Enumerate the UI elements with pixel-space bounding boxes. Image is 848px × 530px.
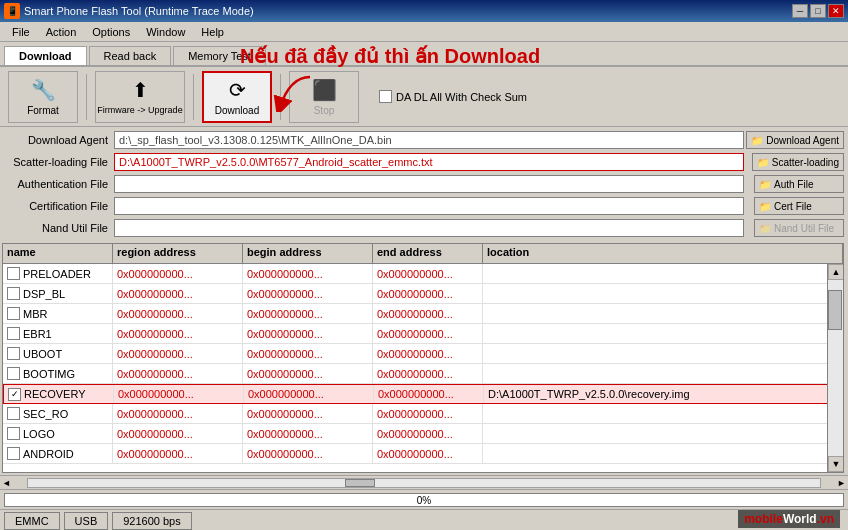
nand-util-input[interactable] [114,219,744,237]
menu-help[interactable]: Help [193,24,232,40]
cell-region-2: 0x000000000... [113,304,243,323]
minimize-button[interactable]: ─ [792,4,808,18]
hscroll-thumb[interactable] [345,479,375,487]
cell-end-2: 0x000000000... [373,304,483,323]
download-button[interactable]: ⟳ Download [202,71,272,123]
tab-readback[interactable]: Read back [89,46,172,65]
auth-file-btn-label: Auth File [774,179,813,190]
toolbar-separator-1 [86,74,87,120]
download-agent-row: Download Agent 📁 Download Agent [0,129,848,151]
table-row[interactable]: BOOTIMG0x000000000...0x000000000...0x000… [3,364,843,384]
scroll-up-arrow[interactable]: ▲ [828,264,844,280]
cell-region-0: 0x000000000... [113,264,243,283]
cert-file-btn[interactable]: 📁 Cert File [754,197,844,215]
cert-file-row: Certification File 📁 Cert File [0,195,848,217]
scroll-track[interactable] [828,280,843,456]
table-body: PRELOADER0x000000000...0x000000000...0x0… [3,264,843,472]
hscroll-left-arrow[interactable]: ◄ [0,478,13,488]
toolbar-separator-3 [280,74,281,120]
row-checkbox-5[interactable] [7,367,20,380]
scatter-loading-label: Scatter-loading File [4,156,114,168]
table-row[interactable]: UBOOT0x000000000...0x000000000...0x00000… [3,344,843,364]
folder-icon-3: 📁 [759,179,771,190]
table-row[interactable]: EBR10x000000000...0x000000000...0x000000… [3,324,843,344]
row-checkbox-4[interactable] [7,347,20,360]
auth-file-btn[interactable]: 📁 Auth File [754,175,844,193]
folder-icon-5: 📁 [759,223,771,234]
cell-region-7: 0x000000000... [113,404,243,423]
row-checkbox-2[interactable] [7,307,20,320]
cell-end-9: 0x000000000... [373,444,483,463]
cell-begin-3: 0x000000000... [243,324,373,343]
folder-icon-4: 📁 [759,201,771,212]
tab-memorytest[interactable]: Memory Test [173,46,266,65]
table-row[interactable]: ✓RECOVERY0x000000000...0x000000000...0x0… [3,384,843,404]
menu-file[interactable]: File [4,24,38,40]
row-checkbox-6[interactable]: ✓ [8,388,21,401]
cell-region-5: 0x000000000... [113,364,243,383]
row-checkbox-1[interactable] [7,287,20,300]
table-row[interactable]: LOGO0x000000000...0x000000000...0x000000… [3,424,843,444]
maximize-button[interactable]: □ [810,4,826,18]
horizontal-scrollbar[interactable]: ◄ ► [0,475,848,489]
cert-file-input[interactable] [114,197,744,215]
cell-begin-9: 0x000000000... [243,444,373,463]
cell-begin-8: 0x000000000... [243,424,373,443]
checksum-checkbox[interactable] [379,90,392,103]
download-agent-btn[interactable]: 📁 Download Agent [746,131,844,149]
cell-begin-2: 0x000000000... [243,304,373,323]
table-row[interactable]: DSP_BL0x000000000...0x000000000...0x0000… [3,284,843,304]
auth-file-input[interactable] [114,175,744,193]
col-location: location [483,244,843,263]
menu-action[interactable]: Action [38,24,85,40]
col-end: end address [373,244,483,263]
watermark-domain: .vn [817,512,834,526]
firmware-label: Firmware -> Upgrade [97,105,182,115]
nand-util-btn[interactable]: 📁 Nand Util File [754,219,844,237]
stop-icon: ⬛ [312,78,337,102]
menu-window[interactable]: Window [138,24,193,40]
cell-name-6: ✓RECOVERY [4,385,114,403]
format-label: Format [27,105,59,116]
cell-end-0: 0x000000000... [373,264,483,283]
scatter-loading-input[interactable] [114,153,744,171]
vertical-scrollbar[interactable]: ▲ ▼ [827,264,843,472]
hscroll-track[interactable] [27,478,821,488]
tab-download[interactable]: Download [4,46,87,65]
cell-name-5: BOOTIMG [3,364,113,383]
row-checkbox-0[interactable] [7,267,20,280]
cell-region-4: 0x000000000... [113,344,243,363]
nand-util-btn-label: Nand Util File [774,223,834,234]
table-row[interactable]: ANDROID0x000000000...0x000000000...0x000… [3,444,843,464]
title-bar: 📱 Smart Phone Flash Tool (Runtime Trace … [0,0,848,22]
row-checkbox-7[interactable] [7,407,20,420]
table-row[interactable]: PRELOADER0x000000000...0x000000000...0x0… [3,264,843,284]
table-row[interactable]: MBR0x000000000...0x000000000...0x0000000… [3,304,843,324]
menu-options[interactable]: Options [84,24,138,40]
scroll-down-arrow[interactable]: ▼ [828,456,844,472]
cell-name-8: LOGO [3,424,113,443]
row-checkbox-3[interactable] [7,327,20,340]
scroll-thumb[interactable] [828,290,842,330]
cert-file-label: Certification File [4,200,114,212]
download-agent-input[interactable] [114,131,744,149]
status-bar: EMMC USB 921600 bps mobileWorld.vn [0,509,848,530]
cell-begin-6: 0x000000000... [244,385,374,403]
firmware-button[interactable]: ⬆ Firmware -> Upgrade [95,71,185,123]
title-bar-buttons: ─ □ ✕ [792,4,844,18]
format-button[interactable]: 🔧 Format [8,71,78,123]
stop-button[interactable]: ⬛ Stop [289,71,359,123]
col-begin: begin address [243,244,373,263]
table-row[interactable]: SEC_RO0x000000000...0x000000000...0x0000… [3,404,843,424]
watermark-accent: World [783,512,817,526]
cell-location-1 [483,284,843,303]
cell-begin-0: 0x000000000... [243,264,373,283]
cell-name-1: DSP_BL [3,284,113,303]
row-checkbox-8[interactable] [7,427,20,440]
hscroll-right-arrow[interactable]: ► [835,478,848,488]
col-region: region address [113,244,243,263]
row-checkbox-9[interactable] [7,447,20,460]
close-button[interactable]: ✕ [828,4,844,18]
scatter-loading-btn[interactable]: 📁 Scatter-loading [752,153,844,171]
cell-name-0: PRELOADER [3,264,113,283]
